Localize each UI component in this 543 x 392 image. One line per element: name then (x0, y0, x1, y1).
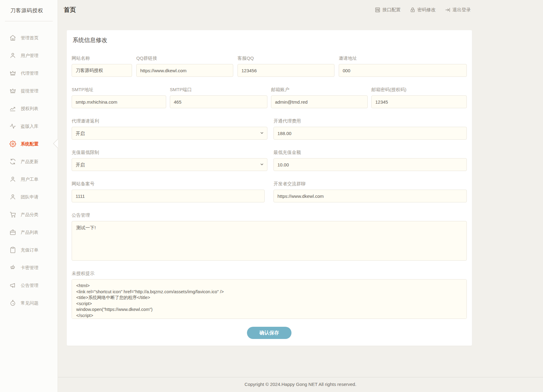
service-qq-field[interactable] (238, 64, 334, 77)
form-row-unauthorized: 未授权提示 <html> <link rel="shortcut icon" h… (72, 270, 467, 319)
trend-chart-icon (9, 105, 16, 112)
sidebar-item-faq[interactable]: 常见问题 (0, 294, 58, 312)
header-action-label: 接口配置 (382, 7, 401, 13)
sidebar-item-agent-management[interactable]: 代理管理 (0, 64, 58, 82)
sidebar-item-product-category[interactable]: 产品分类 (0, 206, 58, 223)
api-config-icon (375, 7, 380, 13)
field-label: 开通代理费用 (273, 118, 467, 124)
announcement-textarea[interactable]: 测试一下! (72, 221, 467, 261)
field-label: 网站名称 (72, 55, 132, 61)
sidebar-item-label: 产品更新 (21, 159, 38, 165)
sidebar-item-license-list[interactable]: 授权列表 (0, 100, 58, 117)
sidebar-item-system-config[interactable]: 系统配置 (0, 135, 58, 153)
logout-button[interactable]: 退出登录 (445, 7, 471, 13)
sidebar-item-card-key-management[interactable]: 卡密管理 (0, 259, 58, 276)
field-label: 开发者交流群聊 (273, 181, 467, 187)
sidebar-item-label: 产品列表 (21, 230, 38, 235)
sidebar-item-announcement-management[interactable]: 公告管理 (0, 276, 58, 294)
sidebar-item-label: 用户工单 (21, 176, 38, 182)
field-label: 客服QQ (238, 55, 334, 61)
stopwatch-icon (9, 299, 16, 307)
form-row-3: 代理邀请返利 开启 开通代理费用 (72, 118, 467, 140)
sidebar-item-label: 盗版入库 (21, 123, 38, 129)
field-label: 最低充值金额 (273, 149, 467, 155)
clipboard-icon (9, 246, 16, 254)
sidebar-item-label: 充值订单 (21, 247, 38, 253)
sidebar: 刀客源码授权 管理首页用户管理代理管理提现管理授权列表盗版入库系统配置产品更新用… (0, 0, 58, 392)
sidebar-item-recharge-orders[interactable]: 充值订单 (0, 241, 58, 259)
api-config-button[interactable]: 接口配置 (375, 7, 401, 13)
field-label: 邮箱密码(授权码) (371, 87, 467, 93)
cart-icon (9, 211, 16, 218)
gear-icon (9, 140, 16, 148)
field-label: 未授权提示 (72, 270, 467, 276)
sidebar-item-label: 代理管理 (21, 70, 38, 76)
icp-number-field[interactable] (72, 190, 265, 202)
mail-password-field[interactable] (371, 95, 467, 108)
field-label: QQ群链接 (136, 55, 233, 61)
field-label: 邀请地址 (339, 55, 467, 61)
site-name-field[interactable] (72, 64, 132, 77)
form-row-5: 网站备案号 开发者交流群聊 (72, 181, 467, 202)
activity-icon (9, 123, 16, 130)
header-actions: 接口配置密码修改退出登录 (375, 7, 471, 13)
user-icon (9, 193, 16, 201)
sidebar-item-team-application[interactable]: 团队申请 (0, 188, 58, 206)
sidebar-item-home[interactable]: 管理首页 (0, 29, 58, 47)
sidebar-item-product-update[interactable]: 产品更新 (0, 153, 58, 170)
home-icon (9, 34, 16, 41)
form-row-announcement: 公告管理 测试一下! (72, 212, 467, 261)
agent-fee-field[interactable] (273, 127, 467, 140)
field-label: SMTP端口 (170, 87, 267, 93)
dev-group-field[interactable] (273, 190, 467, 202)
smtp-host-field[interactable] (72, 95, 166, 108)
form-title: 系统信息修改 (72, 36, 467, 44)
user-icon (9, 52, 16, 59)
password-change-button[interactable]: 密码修改 (410, 7, 436, 13)
field-label: SMTP地址 (72, 87, 166, 93)
header-action-label: 密码修改 (417, 7, 436, 13)
active-item-arrow-fill (54, 139, 58, 148)
invite-address-field[interactable] (339, 64, 467, 77)
sidebar-item-user-management[interactable]: 用户管理 (0, 47, 58, 64)
save-row: 确认保存 (72, 327, 467, 339)
form-row-4: 充值最低限制 开启 最低充值金额 (72, 149, 467, 171)
qq-group-link-field[interactable] (136, 64, 233, 77)
sidebar-item-label: 系统配置 (21, 141, 38, 147)
page-title: 首页 (64, 6, 76, 14)
brand-title: 刀客源码授权 (0, 0, 58, 21)
crown-icon (9, 69, 16, 77)
refresh-icon (9, 158, 16, 165)
smtp-port-field[interactable] (170, 95, 267, 108)
sidebar-item-piracy-intake[interactable]: 盗版入库 (0, 117, 58, 135)
sidebar-item-label: 团队申请 (21, 194, 38, 200)
footer: Copyright © 2024.Happy Gong NET All righ… (58, 377, 543, 392)
sidebar-item-user-tickets[interactable]: 用户工单 (0, 170, 58, 188)
save-button[interactable]: 确认保存 (247, 327, 291, 339)
brush-icon (9, 264, 16, 271)
form-row-2: SMTP地址 SMTP端口 邮箱账户 邮箱密码(授权码) (72, 87, 467, 108)
top-header: 首页 接口配置密码修改退出登录 (58, 0, 543, 20)
sidebar-item-product-list[interactable]: 产品列表 (0, 223, 58, 241)
megaphone-icon (9, 282, 16, 289)
sidebar-item-label: 卡密管理 (21, 265, 38, 271)
system-settings-card: 系统信息修改 网站名称 QQ群链接 客服QQ 邀请地址 SMTP地址 (67, 30, 472, 346)
sidebar-item-label: 常见问题 (21, 300, 38, 306)
user-icon (9, 176, 16, 183)
field-label: 邮箱账户 (271, 87, 368, 93)
form-row-1: 网站名称 QQ群链接 客服QQ 邀请地址 (72, 55, 467, 77)
unauthorized-tip-textarea[interactable]: <html> <link rel="shortcut icon" href="h… (72, 279, 467, 319)
sidebar-item-label: 产品分类 (21, 212, 38, 218)
recharge-limit-select[interactable]: 开启 (72, 158, 267, 171)
logout-icon (445, 7, 451, 13)
sidebar-item-label: 公告管理 (21, 283, 38, 288)
sidebar-item-label: 授权列表 (21, 106, 38, 112)
field-label: 充值最低限制 (72, 149, 267, 155)
sidebar-item-label: 管理首页 (21, 35, 38, 41)
mail-account-field[interactable] (271, 95, 368, 108)
sidebar-item-withdraw-management[interactable]: 提现管理 (0, 82, 58, 100)
sidebar-item-label: 用户管理 (21, 53, 38, 59)
min-recharge-field[interactable] (273, 158, 467, 171)
agent-rebate-select[interactable]: 开启 (72, 127, 267, 140)
lock-icon (410, 7, 416, 13)
